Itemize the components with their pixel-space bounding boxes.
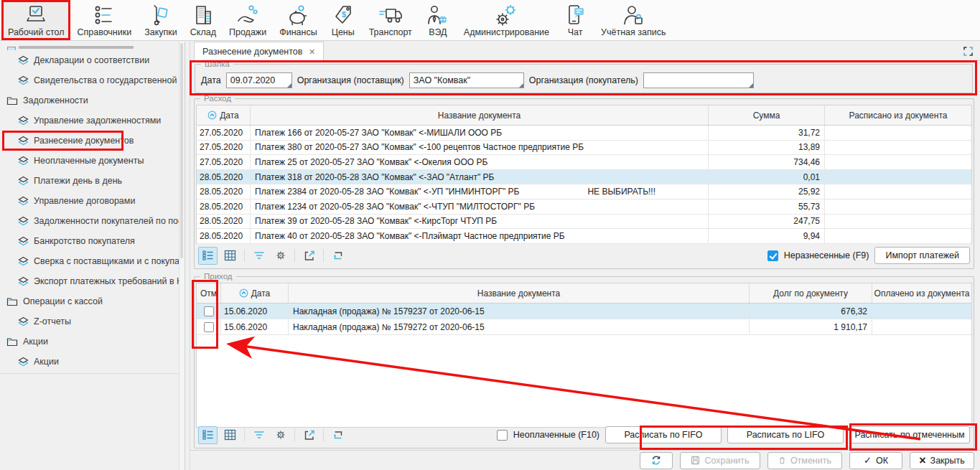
- import-payments-button[interactable]: Импорт платежей: [874, 247, 970, 264]
- date-field[interactable]: [226, 72, 292, 88]
- buyer-field[interactable]: [643, 72, 754, 88]
- column-header-date[interactable]: Дата: [197, 105, 251, 125]
- row-mark-checkbox[interactable]: [204, 322, 214, 332]
- sidebar-item-payment-requests-export[interactable]: Экспорт платежных требований в Клие: [0, 271, 185, 291]
- list-view-icon[interactable]: [198, 426, 218, 444]
- toolbar-item-references[interactable]: Справочники: [70, 0, 138, 40]
- toolbar-item-label: Учётная запись: [601, 27, 666, 37]
- table-row-selected[interactable]: 15.06.2020Накладная (продажа) № 1579237 …: [197, 304, 971, 319]
- allocate-fifo-button[interactable]: Расписать по FIFO: [605, 426, 722, 443]
- toolbar-item-purchases[interactable]: Закупки: [138, 0, 184, 40]
- reload-icon[interactable]: [329, 248, 347, 264]
- grid-view-icon[interactable]: [221, 427, 239, 443]
- toolbar-item-label: Закупки: [144, 27, 177, 37]
- table-row[interactable]: 27.05.2020Платеж 25 от 2020-05-27 ЗАО "К…: [197, 155, 971, 170]
- diamond-icon: [18, 196, 29, 206]
- sidebar-item-buyer-debts[interactable]: Задолженности покупателей по постав: [0, 211, 185, 231]
- unallocated-checkbox[interactable]: [767, 250, 778, 261]
- toolbar-item-finance[interactable]: Финансы: [273, 0, 323, 40]
- expand-icon[interactable]: [962, 45, 974, 57]
- toolbar-item-admin[interactable]: Администрирование: [457, 0, 556, 40]
- sidebar-folder-cash-operations[interactable]: Операции с кассой: [0, 291, 185, 311]
- column-header-document-name[interactable]: Название документа: [251, 105, 709, 125]
- refresh-button[interactable]: [640, 452, 673, 469]
- sidebar-item-sameday-payments[interactable]: Платежи день в день: [0, 171, 185, 191]
- sidebar-item-buyer-bankruptcy[interactable]: Банкротство покупателя: [0, 231, 185, 251]
- toolbar-item-prices[interactable]: $ Цены: [324, 0, 363, 40]
- toolbar-item-label: Финансы: [279, 27, 317, 37]
- toolbar-item-chat[interactable]: Чат: [556, 0, 594, 40]
- filter-icon[interactable]: [250, 427, 268, 443]
- sort-asc-icon: [239, 288, 248, 298]
- column-header-mark[interactable]: Отм: [197, 283, 221, 303]
- column-header-date[interactable]: Дата: [221, 283, 289, 303]
- supplier-label: Организация (поставщик): [297, 75, 404, 85]
- sidebar-item-declarations[interactable]: Декларации о соответствии: [0, 50, 185, 70]
- sidebar-folder-debts[interactable]: Задолженности: [0, 90, 185, 111]
- sidebar-splitter[interactable]: [185, 42, 190, 470]
- close-icon: ×: [919, 455, 925, 466]
- sidebar-item-debt-management[interactable]: Управление задолженностями: [0, 111, 185, 131]
- toolbar-item-workspace[interactable]: Рабочий стол: [1, 0, 70, 40]
- settings-gear-icon[interactable]: [271, 248, 289, 264]
- cancel-button[interactable]: Отменить: [767, 452, 842, 469]
- tab-document-allocation[interactable]: Разнесение документов ×: [194, 42, 324, 61]
- column-header-allocated[interactable]: Расписано из документа: [825, 105, 971, 125]
- list-view-icon[interactable]: [198, 247, 218, 265]
- toolbar-item-label: Цены: [332, 27, 355, 37]
- folder-icon: [6, 296, 18, 306]
- table-row-selected[interactable]: 28.05.2020Платеж 318 от 2020-05-28 ЗАО "…: [197, 170, 971, 185]
- sidebar-folder-promotions[interactable]: Акции: [0, 332, 185, 352]
- group-legend: Расход: [200, 93, 235, 103]
- ok-button[interactable]: ✓ОК: [849, 452, 902, 469]
- toolbar-item-ved[interactable]: ВЭД: [419, 0, 457, 40]
- sidebar-scrollbar[interactable]: [179, 42, 185, 470]
- tab-close-icon[interactable]: ×: [309, 47, 314, 57]
- table-row[interactable]: 27.05.2020Платеж 166 от 2020-05-27 ЗАО "…: [197, 126, 971, 141]
- column-header-paid[interactable]: Оплачено из документа: [872, 283, 971, 303]
- sidebar-item-label: Операции с кассой: [23, 296, 103, 306]
- allocate-lifo-button[interactable]: Расписать по LIFO: [727, 426, 844, 443]
- row-mark-checkbox[interactable]: [204, 306, 214, 316]
- toolbar-item-sales[interactable]: Продажи: [223, 0, 273, 40]
- sidebar-item-reconciliation[interactable]: Сверка с поставщиками и с покупателя: [0, 251, 185, 271]
- unpaid-checkbox-label: Неоплаченные (F10): [513, 430, 599, 440]
- filter-icon[interactable]: [250, 248, 268, 264]
- table-row[interactable]: 28.05.2020Платеж 1234 от 2020-05-28 ЗАО …: [197, 199, 971, 215]
- toolbar-item-account[interactable]: Учётная запись: [594, 0, 672, 40]
- table-row[interactable]: 28.05.2020Платеж 2384 от 2020-05-28 ЗАО …: [197, 184, 971, 199]
- sidebar-item-unpaid-documents[interactable]: Неоплаченные документы: [0, 151, 185, 171]
- allocate-marked-button[interactable]: Расписать по отмеченным: [849, 426, 970, 443]
- save-button[interactable]: Сохранить: [680, 452, 760, 469]
- sidebar-item-contract-management[interactable]: Управление договорами: [0, 191, 185, 211]
- ved-icon: [425, 4, 451, 26]
- sidebar-item-promotions[interactable]: Акции: [0, 352, 185, 372]
- refresh-icon: [650, 455, 662, 466]
- sidebar-item-certificates[interactable]: Свидетельства о государственной реги: [0, 70, 185, 90]
- sidebar-item-label: Свидетельства о государственной реги: [34, 75, 185, 85]
- close-button[interactable]: ×Закрыть: [910, 452, 974, 469]
- toolbar-item-label: Администрирование: [464, 27, 549, 37]
- sidebar-item-z-reports[interactable]: Z-отчеты: [0, 311, 185, 332]
- unpaid-checkbox[interactable]: [497, 430, 508, 441]
- export-icon[interactable]: [300, 427, 318, 443]
- column-header-amount[interactable]: Сумма: [709, 105, 825, 125]
- table-row[interactable]: 15.06.2020Накладная (продажа) № 1579272 …: [197, 319, 971, 335]
- sidebar-item-document-allocation[interactable]: Разнесение документов: [0, 131, 185, 151]
- settings-gear-icon[interactable]: [271, 427, 289, 443]
- sidebar-item-label: Акции: [23, 337, 48, 347]
- diamond-icon: [18, 75, 29, 85]
- table-row[interactable]: 28.05.2020Платеж 40 от 2020-05-28 ЗАО "К…: [197, 229, 971, 244]
- toolbar-item-warehouse[interactable]: Склад: [184, 0, 223, 40]
- export-icon[interactable]: [300, 248, 318, 264]
- grid-view-icon[interactable]: [221, 248, 239, 264]
- table-row[interactable]: 27.05.2020Платеж 380 от 2020-05-27 ЗАО "…: [197, 141, 971, 156]
- toolbar-item-transport[interactable]: Транспорт: [363, 0, 419, 40]
- column-header-document-name[interactable]: Название документа: [289, 283, 750, 303]
- column-header-debt[interactable]: Долг по документу: [750, 283, 872, 303]
- account-icon: [620, 4, 646, 26]
- supplier-field[interactable]: [409, 72, 524, 88]
- reload-icon[interactable]: [329, 427, 347, 443]
- table-row[interactable]: 28.05.2020Платеж 39 от 2020-05-28 ЗАО "К…: [197, 215, 971, 230]
- sidebar-item-label: Задолженности: [23, 95, 88, 105]
